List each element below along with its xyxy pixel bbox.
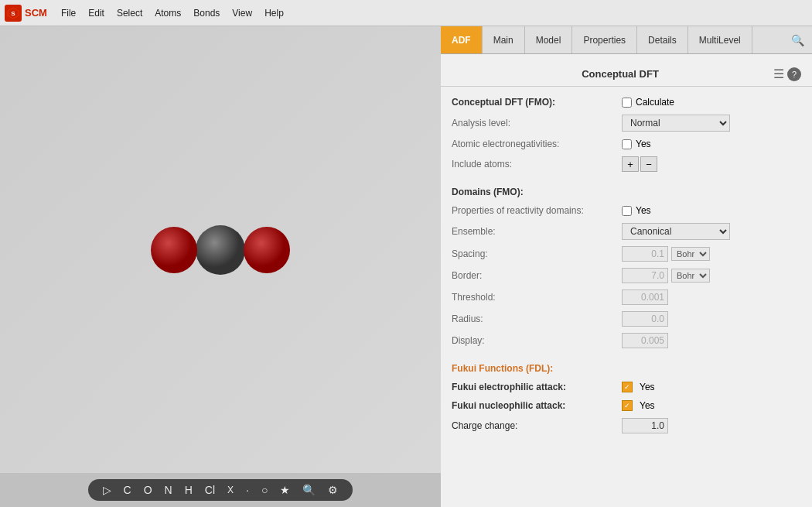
tool-settings[interactable]: ⚙ (326, 484, 340, 496)
menu-view[interactable]: View (226, 0, 258, 26)
border-control: Bohr (622, 268, 801, 283)
fukui-nucleophilic-wrapper: ✓ Yes (622, 400, 801, 411)
analysis-level-label: Analysis level: (452, 118, 622, 128)
tab-multilevel[interactable]: MultiLevel (688, 26, 752, 53)
tab-properties[interactable]: Properties (572, 26, 637, 53)
radius-row: Radius: (441, 308, 812, 330)
fukui-nucleophilic-row: Fukui nucleophilic attack: ✓ Yes (441, 396, 812, 415)
domains-fmo-row: Domains (FMO): (441, 183, 812, 201)
reactivity-domains-row: Properties of reactivity domains: Yes (441, 201, 812, 220)
spacing-control: Bohr (622, 246, 801, 262)
tool-cursor[interactable]: ▷ (101, 484, 114, 496)
title-menu-icon[interactable]: ☰ (770, 67, 787, 81)
menu-file[interactable]: File (55, 0, 82, 26)
display-label: Display: (452, 335, 622, 346)
conceptual-dft-label: Conceptual DFT (FMO): (452, 97, 622, 108)
threshold-input[interactable] (622, 289, 668, 305)
tool-chlorine[interactable]: Cl (203, 484, 217, 496)
fukui-electrophilic-yes: Yes (640, 382, 655, 392)
tab-bar: ADF Main Model Properties Details MultiL… (441, 26, 812, 54)
menu-bonds[interactable]: Bonds (187, 0, 226, 26)
analysis-level-row: Analysis level: Normal (441, 111, 812, 135)
menu-select[interactable]: Select (111, 0, 148, 26)
fukui-electrophilic-label: Fukui electrophilic attack: (452, 382, 622, 392)
tab-model[interactable]: Model (525, 26, 573, 53)
spacing-label: Spacing: (452, 248, 622, 259)
fukui-functions-label: Fukui Functions (FDL): (452, 363, 622, 374)
border-input[interactable] (622, 268, 668, 283)
charge-change-input[interactable] (622, 418, 668, 433)
border-row: Border: Bohr (441, 265, 812, 286)
ensemble-label: Ensemble: (452, 226, 622, 237)
reactivity-yes-label: Yes (636, 205, 651, 216)
tool-dot[interactable]: · (244, 484, 251, 496)
threshold-label: Threshold: (452, 292, 622, 303)
threshold-control (622, 289, 801, 305)
analysis-level-dropdown-wrapper: Normal (622, 115, 801, 132)
calculate-checkbox[interactable] (622, 98, 632, 108)
tool-nitrogen[interactable]: N (162, 484, 175, 496)
calculate-wrapper: Calculate (622, 97, 801, 108)
tool-carbon[interactable]: C (121, 484, 134, 496)
menu-edit[interactable]: Edit (82, 0, 111, 26)
tool-ring[interactable]: ○ (259, 484, 270, 496)
include-atoms-plus[interactable]: + (622, 156, 639, 172)
fukui-nucleophilic-label: Fukui nucleophilic attack: (452, 400, 622, 411)
display-input[interactable] (622, 333, 668, 348)
tab-adf[interactable]: ADF (441, 26, 483, 53)
atomic-electroneg-checkbox[interactable] (622, 139, 632, 149)
scm-label: SCM (25, 7, 47, 19)
atomic-electroneg-yes: Yes (636, 139, 651, 149)
svg-text:S: S (11, 10, 15, 17)
charge-change-label: Charge change: (452, 420, 622, 431)
conceptual-dft-row: Conceptual DFT (FMO): Calculate (441, 93, 812, 111)
charge-change-row: Charge change: (441, 415, 812, 437)
atomic-electroneg-row: Atomic electronegativities: Yes (441, 135, 812, 153)
menu-atoms[interactable]: Atoms (148, 0, 187, 26)
analysis-level-select[interactable]: Normal (622, 115, 730, 132)
display-control (622, 333, 801, 348)
calculate-label: Calculate (636, 97, 674, 108)
radius-input[interactable] (622, 311, 668, 327)
spacing-row: Spacing: Bohr (441, 243, 812, 265)
radius-control (622, 311, 801, 327)
radius-label: Radius: (452, 313, 622, 324)
menu-help[interactable]: Help (258, 0, 290, 26)
ensemble-row: Ensemble: Canonical (441, 220, 812, 243)
domains-fmo-label: Domains (FMO): (452, 187, 622, 197)
fukui-nucleophilic-indicator: ✓ (622, 400, 633, 411)
include-atoms-row: Include atoms: + − (441, 153, 812, 175)
ensemble-select[interactable]: Canonical (622, 223, 730, 240)
reactivity-yes-wrapper: Yes (622, 205, 801, 216)
title-help-icon[interactable]: ? (787, 67, 801, 81)
page-title: Conceptual DFT (470, 68, 770, 80)
include-atoms-controls: + − (622, 156, 801, 172)
border-label: Border: (452, 270, 622, 281)
include-atoms-minus[interactable]: − (640, 156, 657, 172)
spacing-unit-select[interactable]: Bohr (671, 247, 710, 261)
include-atoms-label: Include atoms: (452, 159, 622, 170)
atomic-electroneg-label: Atomic electronegativities: (452, 139, 622, 149)
tool-x[interactable]: X (225, 485, 236, 495)
bottom-toolbar: ▷ C O N H Cl X · ○ ★ 🔍 ⚙ (0, 473, 441, 507)
spacing-input[interactable] (622, 246, 668, 262)
atomic-electroneg-wrapper: Yes (622, 139, 801, 149)
reactivity-yes-checkbox[interactable] (622, 206, 632, 216)
molecule-viewer[interactable] (0, 26, 441, 473)
right-panel: ADF Main Model Properties Details MultiL… (441, 26, 812, 507)
svg-point-7 (151, 227, 197, 273)
menubar: S SCM File Edit Select Atoms Bonds View … (0, 0, 812, 26)
tab-details[interactable]: Details (637, 26, 688, 53)
threshold-row: Threshold: (441, 286, 812, 308)
tool-oxygen[interactable]: O (142, 484, 155, 496)
border-unit-select[interactable]: Bohr (671, 269, 710, 283)
content-area: Conceptual DFT ☰ ? Conceptual DFT (FMO):… (441, 54, 812, 507)
tool-hydrogen[interactable]: H (183, 484, 195, 496)
tool-star[interactable]: ★ (278, 484, 292, 496)
fukui-electrophilic-row: Fukui electrophilic attack: ✓ Yes (441, 378, 812, 396)
toolbar-pill: ▷ C O N H Cl X · ○ ★ 🔍 ⚙ (88, 479, 353, 501)
tab-main[interactable]: Main (483, 26, 525, 53)
search-icon[interactable]: 🔍 (783, 26, 812, 53)
page-title-bar: Conceptual DFT ☰ ? (441, 62, 812, 87)
tool-search[interactable]: 🔍 (300, 484, 318, 496)
